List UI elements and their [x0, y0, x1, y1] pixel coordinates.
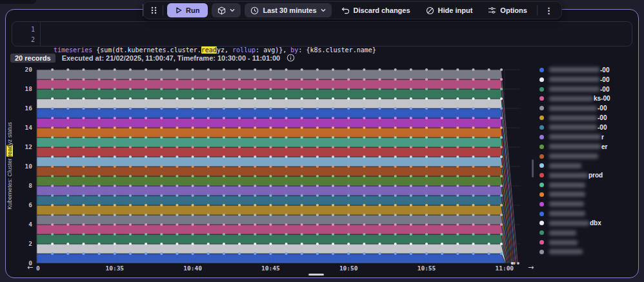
info-icon[interactable]	[287, 54, 295, 62]
query-code[interactable]: timeseries {sum(dt.kubernetes.cluster.re…	[46, 22, 632, 46]
legend-color-dot	[539, 116, 544, 120]
tile-toolbar: Run Last 30 minutes	[143, 1, 562, 19]
legend-label-redacted	[549, 86, 599, 92]
legend-color-dot	[539, 230, 544, 235]
timeframe-selector[interactable]: Last 30 minutes	[245, 3, 331, 17]
legend-label-redacted	[549, 249, 583, 254]
legend-label-redacted	[549, 154, 598, 159]
slash-circle-icon	[426, 6, 434, 15]
y-tick: 18	[15, 85, 32, 92]
legend-color-dot	[539, 77, 544, 82]
legend-label-suffix: -00	[598, 124, 607, 131]
legend-item[interactable]: ks-00	[539, 94, 638, 104]
legend-item[interactable]: -00	[539, 103, 638, 113]
legend-item[interactable]: -00	[539, 65, 638, 75]
y-tick: 8	[15, 182, 32, 189]
play-icon	[176, 7, 182, 14]
legend-item[interactable]: r	[539, 132, 638, 142]
legend-label-redacted	[549, 77, 599, 82]
legend-scrollbar-thumb[interactable]	[532, 159, 534, 177]
legend-item[interactable]: -00	[539, 113, 638, 123]
partial-panel-above	[0, 0, 36, 4]
x-tick: 10:50	[339, 265, 358, 272]
legend-label-redacted	[549, 183, 585, 188]
hide-input-button[interactable]: Hide input	[420, 3, 479, 17]
legend-label-redacted	[549, 67, 599, 72]
legend-item[interactable]	[539, 152, 638, 161]
y-tick: 14	[15, 124, 32, 131]
x-tick: 11:00	[495, 265, 514, 272]
legend-label-suffix: -00	[598, 105, 607, 112]
y-tick: 4	[15, 221, 32, 228]
legend-label-redacted	[549, 116, 597, 121]
legend-color-dot	[539, 173, 544, 177]
scroll-right-icon[interactable]: →	[528, 263, 534, 272]
more-menu-button[interactable]: ⋮	[541, 6, 556, 15]
legend-color-dot	[539, 163, 544, 168]
legend-label-redacted	[549, 96, 593, 101]
toolbar-separator	[163, 5, 163, 15]
horizontal-scrollbar-thumb[interactable]	[308, 274, 324, 276]
legend-item[interactable]	[539, 161, 638, 170]
legend-label-redacted	[549, 201, 584, 206]
legend-item[interactable]: er	[539, 142, 638, 152]
sliders-icon	[488, 6, 496, 14]
legend-label-suffix: -00	[600, 86, 609, 93]
legend-item[interactable]: prod	[539, 170, 638, 180]
options-button[interactable]: Options	[482, 3, 533, 17]
legend-item[interactable]	[539, 247, 638, 257]
legend-label-suffix: er	[601, 143, 607, 150]
legend-item[interactable]	[539, 209, 638, 219]
legend-item[interactable]	[539, 237, 638, 247]
legend-color-dot	[539, 135, 544, 139]
legend-color-dot	[539, 68, 544, 72]
legend-item[interactable]: -00	[539, 75, 638, 85]
y-tick: 16	[15, 105, 32, 112]
visualization-dropdown[interactable]	[212, 3, 241, 17]
legend-item[interactable]	[539, 199, 638, 209]
discard-changes-button[interactable]: Discard changes	[336, 3, 416, 17]
legend-item[interactable]	[539, 190, 638, 199]
legend-color-dot	[539, 221, 544, 225]
clipped-left-tick: 0	[36, 265, 40, 272]
legend-label-redacted	[549, 240, 578, 245]
drag-handle-icon[interactable]	[149, 6, 159, 15]
run-button[interactable]: Run	[167, 3, 208, 17]
legend-color-dot	[539, 87, 544, 92]
legend-label-suffix: -00	[600, 66, 609, 74]
y-tick: 20	[15, 66, 32, 73]
legend-label-redacted	[549, 192, 585, 197]
x-tick: 10:40	[183, 265, 202, 272]
legend-label-redacted	[549, 106, 597, 111]
legend-label-suffix: dbx	[590, 219, 601, 227]
legend-color-dot	[539, 125, 544, 130]
app-screen: Run Last 30 minutes	[0, 0, 644, 282]
legend-color-dot	[539, 192, 544, 197]
legend-label-redacted	[549, 230, 576, 236]
legend-label-redacted	[549, 173, 588, 178]
legend-color-dot	[539, 154, 544, 159]
scroll-left-icon[interactable]: ←	[27, 263, 33, 272]
legend-label-redacted	[549, 221, 589, 226]
legend-item[interactable]: dbx	[539, 219, 638, 228]
legend-item[interactable]	[539, 180, 638, 190]
legend-label-redacted	[549, 163, 581, 168]
legend-label-redacted	[549, 134, 601, 139]
line-number-gutter: 12	[12, 22, 41, 46]
stacked-area-chart[interactable]	[0, 65, 537, 268]
timeframe-label: Last 30 minutes	[263, 6, 316, 14]
toolbar-separator	[537, 5, 538, 15]
legend-item[interactable]: -00	[539, 123, 638, 132]
legend-item[interactable]	[539, 228, 638, 237]
legend-color-dot	[539, 145, 544, 149]
dql-query-editor[interactable]: 12 timeseries {sum(dt.kubernetes.cluster…	[12, 21, 632, 46]
y-tick: 12	[15, 143, 32, 150]
legend-color-dot	[539, 96, 544, 101]
discard-changes-label: Discard changes	[354, 6, 410, 14]
x-tick: 10:35	[105, 265, 124, 272]
legend-label-suffix: -00	[600, 76, 609, 83]
y-tick: 6	[15, 201, 32, 208]
legend-label-suffix: prod	[589, 172, 603, 179]
legend-label-suffix: ks-00	[594, 95, 610, 102]
legend-item[interactable]: -00	[539, 85, 638, 94]
